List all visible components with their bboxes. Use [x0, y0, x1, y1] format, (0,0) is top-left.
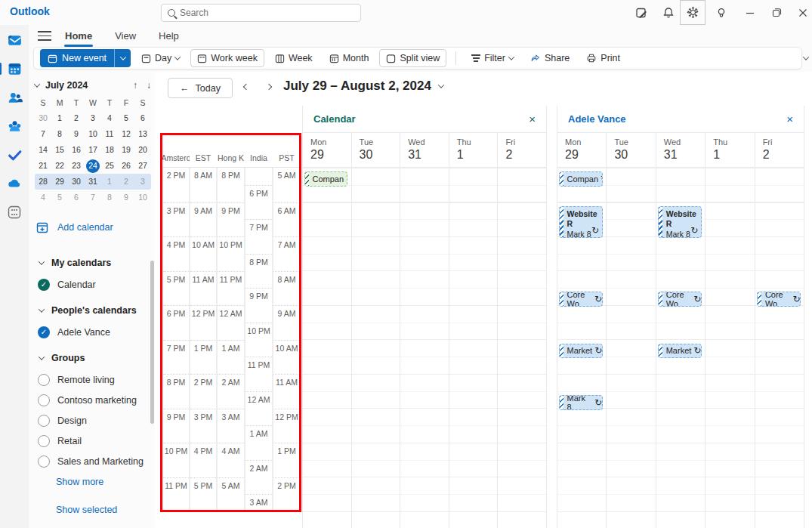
day-header-mon[interactable]: Mon29 — [303, 133, 351, 167]
today-button[interactable]: ← Today — [168, 78, 233, 98]
week-view-button[interactable]: Week — [269, 49, 319, 67]
day-header-thu[interactable]: Thu1 — [449, 133, 498, 167]
mini-calendar-day[interactable]: 27 — [134, 158, 151, 174]
mini-calendar-day[interactable]: 17 — [85, 142, 101, 158]
checked-circle-icon[interactable]: ✓ — [38, 279, 50, 291]
mini-calendar-day[interactable]: 16 — [68, 142, 85, 158]
mini-calendar-collapse-chevron[interactable] — [34, 81, 40, 87]
mini-calendar-day[interactable]: 8 — [51, 126, 68, 142]
calendar-event[interactable]: Mark 8↻ — [559, 395, 604, 410]
more-apps-icon[interactable] — [5, 203, 23, 221]
panel-time-grid[interactable]: Compan↻ — [303, 168, 546, 528]
calendar-event[interactable]: Compan↻ — [559, 171, 604, 187]
mini-calendar-day[interactable]: 7 — [85, 190, 101, 205]
unchecked-circle-icon[interactable] — [38, 435, 50, 447]
checked-circle-icon[interactable]: ✓ — [38, 326, 50, 338]
hamburger-menu-icon[interactable] — [38, 31, 51, 41]
mini-calendar-day[interactable]: 2 — [118, 174, 134, 190]
minimize-icon[interactable] — [737, 0, 763, 25]
mini-calendar-day[interactable]: 13 — [134, 126, 151, 142]
mini-calendar-day[interactable]: 14 — [35, 142, 51, 158]
tab-help[interactable]: Help — [157, 27, 181, 45]
mini-calendar-day[interactable]: 30 — [35, 110, 51, 126]
mini-calendar-day[interactable]: 28 — [35, 174, 51, 190]
panel-time-grid[interactable]: Compan↻Website RMark 8 ProMark 8↻Website… — [557, 168, 804, 528]
mini-calendar-day[interactable]: 20 — [134, 142, 151, 158]
mini-calendar-day[interactable]: 4 — [101, 110, 118, 126]
mini-calendar-day[interactable]: 5 — [51, 190, 68, 205]
mini-calendar-day[interactable]: 3 — [85, 110, 101, 126]
grid-column[interactable] — [497, 168, 546, 528]
calendar-event[interactable]: Market↻ — [658, 344, 702, 359]
prev-week-chevron[interactable] — [243, 84, 249, 90]
mini-calendar-day[interactable]: 29 — [51, 174, 68, 190]
mini-calendar-day[interactable]: 3 — [134, 174, 151, 190]
grid-column[interactable] — [449, 168, 498, 528]
date-range-title[interactable]: July 29 – August 2, 2024 — [283, 79, 443, 94]
mini-calendar-day[interactable]: 7 — [35, 126, 51, 142]
mini-calendar-day[interactable]: 12 — [118, 126, 134, 142]
mail-icon[interactable] — [5, 31, 23, 49]
show-selected-link[interactable]: Show selected — [29, 499, 150, 520]
mini-calendar-day[interactable]: 21 — [35, 158, 51, 174]
mini-calendar-day[interactable]: 10 — [134, 190, 151, 205]
unchecked-circle-icon[interactable] — [38, 455, 50, 468]
notes-icon[interactable] — [628, 0, 654, 25]
calendar-list-item[interactable]: ✓Adele Vance — [29, 322, 150, 342]
work-week-view-button[interactable]: Work week — [190, 49, 264, 67]
new-event-dropdown[interactable] — [114, 49, 131, 67]
mini-calendar-day[interactable]: 2 — [68, 110, 85, 126]
collapse-ribbon-chevron[interactable] — [803, 54, 809, 60]
people-icon[interactable] — [5, 88, 23, 107]
section-header-groups[interactable]: Groups — [29, 347, 150, 369]
mini-calendar-day[interactable]: 9 — [118, 190, 134, 205]
mini-calendar-day[interactable]: 18 — [101, 142, 118, 158]
sidebar-scrollbar[interactable] — [150, 261, 154, 424]
tips-icon[interactable] — [709, 0, 734, 25]
mini-calendar-day[interactable]: 24 — [85, 158, 101, 174]
section-header-people-s-calendars[interactable]: People's calendars — [29, 299, 150, 322]
mini-calendar-day[interactable]: 19 — [118, 142, 134, 158]
share-button[interactable]: Share — [524, 49, 576, 67]
search-box[interactable] — [161, 4, 361, 22]
groups-icon[interactable] — [5, 117, 23, 135]
show-more-link[interactable]: Show more — [29, 471, 150, 492]
day-header-wed[interactable]: Wed31 — [656, 133, 705, 167]
split-view-button[interactable]: Split view — [379, 49, 446, 67]
grid-column[interactable] — [705, 168, 754, 528]
calendar-icon[interactable] — [5, 60, 23, 78]
day-view-button[interactable]: Day — [135, 49, 186, 67]
mini-calendar-day[interactable]: 22 — [51, 158, 68, 174]
mini-calendar-prev-icon[interactable]: ↑ — [133, 80, 137, 91]
grid-column[interactable] — [351, 168, 400, 528]
mini-calendar-day[interactable]: 1 — [101, 174, 118, 190]
day-header-fri[interactable]: Fri2 — [497, 133, 546, 167]
calendar-event[interactable]: Website RMark 8 ProMark 8↻ — [559, 206, 604, 239]
calendar-list-item[interactable]: ✓Calendar — [29, 274, 150, 295]
unchecked-circle-icon[interactable] — [38, 394, 50, 406]
grid-column[interactable] — [606, 168, 655, 528]
search-input[interactable] — [180, 8, 331, 18]
new-event-button[interactable]: New event — [40, 49, 131, 67]
next-week-chevron[interactable] — [266, 84, 272, 90]
panel-close-icon[interactable]: × — [529, 113, 536, 125]
filter-button[interactable]: Filter — [465, 49, 520, 67]
calendar-event[interactable]: Core Wo↻ — [757, 292, 801, 307]
panel-close-icon[interactable]: × — [786, 113, 793, 125]
mini-calendar-day[interactable]: 15 — [51, 142, 68, 158]
calendar-event[interactable]: Compan↻ — [304, 171, 348, 187]
mini-calendar-day[interactable]: 9 — [68, 126, 85, 142]
mini-calendar-day[interactable]: 11 — [101, 126, 118, 142]
day-header-thu[interactable]: Thu1 — [705, 133, 754, 167]
day-header-mon[interactable]: Mon29 — [557, 133, 606, 167]
maximize-icon[interactable] — [764, 0, 789, 25]
mini-calendar-day[interactable]: 5 — [118, 110, 134, 126]
mini-calendar-day[interactable]: 4 — [35, 190, 51, 205]
day-header-tue[interactable]: Tue30 — [351, 133, 400, 167]
calendar-event[interactable]: Website RMark 8 ProMark 8↻ — [658, 206, 702, 239]
close-icon[interactable] — [790, 0, 812, 25]
date-range-chevron[interactable] — [438, 82, 444, 88]
day-header-tue[interactable]: Tue30 — [606, 133, 655, 167]
onedrive-icon[interactable] — [5, 174, 23, 193]
mini-calendar-day[interactable]: 6 — [68, 190, 85, 205]
